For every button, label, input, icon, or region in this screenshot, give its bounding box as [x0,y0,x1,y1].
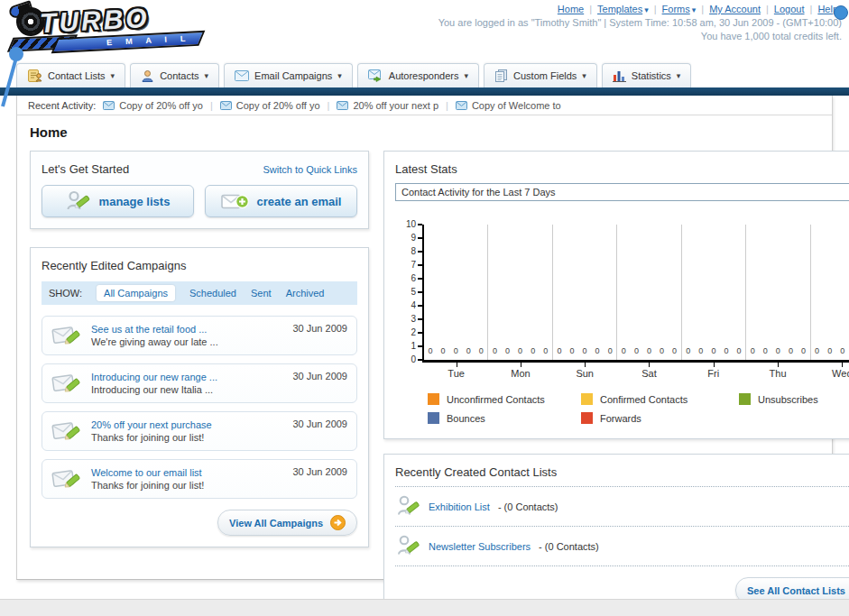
campaign-list-item[interactable]: Introducing our new range ...Introducing… [42,363,357,403]
y-axis-tick [418,291,422,293]
bar-value-label: 0 [776,346,780,355]
campaign-list-item[interactable]: See us at the retail food ...We're givin… [42,316,357,355]
legend-swatch [428,412,439,424]
bar-value-label: 0 [763,346,768,355]
chevron-down-icon: ▾ [337,71,342,80]
campaign-date: 30 Jun 2009 [292,418,347,429]
bar-value-label: 0 [724,346,728,355]
header-link-logout[interactable]: Logout [774,4,805,14]
y-axis-tick-label: 1 [411,342,416,351]
contact-list-item[interactable]: Exhibition List- (0 Contacts) [395,487,849,527]
chart-bar-group: 00000 [617,225,681,360]
y-axis-tick [418,332,422,334]
nav-tab-contact-lists[interactable]: Contact Lists▾ [16,63,125,87]
campaign-subtitle: Thanks for joining our list! [91,480,283,491]
campaign-list: See us at the retail food ...We're givin… [42,316,357,499]
chevron-down-icon: ▾ [582,71,586,80]
app-logo: TURBO E M A I L [9,4,235,56]
contact-list-name-link[interactable]: Newsletter Subscribers [429,541,531,552]
recent-activity-item[interactable]: Copy of 20% off yo [220,100,320,111]
y-axis-tick-label: 5 [411,288,416,297]
nav-tab-statistics[interactable]: Statistics▾ [602,63,692,87]
x-axis-tick [457,363,457,367]
switch-quick-links-link[interactable]: Switch to Quick Links [263,164,357,175]
envelope-small-icon [103,101,115,110]
nav-tab-email-campaigns[interactable]: Email Campaigns▾ [224,63,353,87]
recent-activity-item[interactable]: Copy of Welcome to [456,100,561,111]
nav-tab-autoresponders[interactable]: Autoresponders▾ [357,63,479,87]
recent-activity-item[interactable]: 20% off your next p [337,100,438,111]
y-axis-tick [418,359,422,361]
x-axis-label: Thu [745,363,809,379]
bar-value-label: 0 [789,346,793,355]
bar-value-label: 0 [429,346,433,355]
campaign-filter-all-campaigns[interactable]: All Campaigns [97,285,175,301]
y-axis-tick [418,278,422,280]
person-pencil-icon [397,494,420,519]
legend-swatch [739,393,751,405]
bar-value-label: 0 [622,346,626,355]
y-axis-tick [418,264,422,266]
envelope-small-icon [220,101,232,110]
bar-value-label: 0 [634,346,639,355]
chart-y-axis: 012345678910 [397,225,422,363]
header-separator: | [810,4,813,14]
bar-value-label: 0 [751,346,755,355]
bar-value-label: 0 [698,346,703,355]
page-footer [0,599,849,616]
campaign-date: 30 Jun 2009 [292,371,347,382]
main-navigation: Contact Lists▾Contacts▾Email Campaigns▾A… [0,60,849,87]
bar-value-label: 0 [466,346,471,355]
envelope-pencil-icon [51,323,82,348]
help-bubble-icon[interactable] [834,5,848,20]
bar-value-label: 0 [608,346,613,355]
chevron-down-icon: ▾ [644,5,649,14]
chart-bar-group: 00000 [424,225,488,360]
campaign-title-link[interactable]: 20% off your next purchase [91,419,283,430]
manage-lists-label: manage lists [99,195,171,208]
contact-list-item[interactable]: Newsletter Subscribers- (0 Contacts) [395,527,849,566]
bar-value-label: 0 [441,346,446,355]
chevron-down-icon: ▾ [111,71,115,80]
campaign-title-link[interactable]: Introducing our new range ... [91,372,283,382]
x-axis-label: Sat [617,363,681,379]
stats-dropdown[interactable]: Contact Activity for the Last 7 Days ▼ [395,183,849,201]
bar-value-label: 0 [840,346,844,355]
recent-activity-item-label: Copy of 20% off yo [119,100,203,111]
content-frame: Recent Activity: Copy of 20% off yo|Copy… [16,96,833,580]
nav-tab-contacts[interactable]: Contacts▾ [130,63,219,87]
chart-bar-group: 00000 [682,225,746,360]
view-all-campaigns-button[interactable]: View All Campaigns [217,510,357,536]
x-axis-label: Mon [488,363,552,379]
bar-value-label: 0 [569,346,574,355]
manage-lists-icon [66,189,91,213]
campaign-title-link[interactable]: See us at the retail food ... [91,324,283,335]
legend-item-confirmed-contacts: Confirmed Contacts [581,393,739,405]
header-link-forms[interactable]: Forms▾ [662,4,697,14]
y-axis-tick [418,345,422,347]
y-axis-tick-label: 0 [411,355,416,364]
header-link-home[interactable]: Home [558,4,584,14]
bar-value-label: 0 [454,346,458,355]
bar-value-label: 0 [686,346,690,355]
header-link-my-account[interactable]: My Account [709,4,761,14]
create-an-email-button[interactable]: create an email [205,185,357,217]
y-axis-tick-label: 10 [406,220,416,229]
view-all-campaigns-label: View All Campaigns [229,518,323,529]
contact-list-name-link[interactable]: Exhibition List [429,501,490,512]
bar-value-label: 0 [557,346,561,355]
campaign-list-item[interactable]: 20% off your next purchaseThanks for joi… [42,411,357,451]
recent-campaigns-panel: Recently Edited Campaigns SHOW: All Camp… [30,247,369,547]
bar-value-label: 0 [801,346,806,355]
header-link-templates[interactable]: Templates▾ [597,4,649,14]
campaign-filter-archived[interactable]: Archived [286,288,325,299]
campaign-list-item[interactable]: Welcome to our email listThanks for join… [42,459,357,499]
recent-activity-item[interactable]: Copy of 20% off yo [103,100,203,111]
manage-lists-button[interactable]: manage lists [42,185,194,217]
campaign-title-link[interactable]: Welcome to our email list [91,467,283,478]
nav-tab-custom-fields[interactable]: Custom Fields▾ [484,63,597,87]
campaign-filter-scheduled[interactable]: Scheduled [189,288,236,299]
create-an-email-label: create an email [257,195,342,208]
contact-list-detail: - (0 Contacts) [539,541,599,552]
campaign-filter-sent[interactable]: Sent [251,288,272,299]
